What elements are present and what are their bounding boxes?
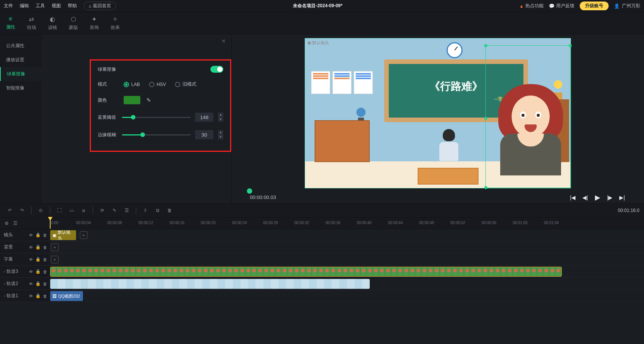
crop-icon[interactable]: ⛶ bbox=[54, 205, 65, 216]
delete-icon[interactable]: 🗑 bbox=[164, 205, 175, 216]
chevron-icon[interactable]: › bbox=[4, 282, 5, 286]
skip-end-icon[interactable]: ▶| bbox=[619, 194, 625, 201]
handle-ml[interactable] bbox=[484, 117, 487, 120]
eyedropper-icon[interactable]: ✎ bbox=[146, 97, 151, 103]
threshold-spinner[interactable]: ▲▼ bbox=[218, 113, 223, 122]
prev-frame-icon[interactable]: ◀| bbox=[582, 194, 588, 201]
trash-icon[interactable]: 🗑 bbox=[43, 282, 47, 286]
eye-icon[interactable]: 👁 bbox=[29, 269, 33, 274]
copy-icon[interactable]: ⧉ bbox=[152, 205, 163, 216]
trim-icon[interactable]: ▭ bbox=[66, 205, 77, 216]
trash-icon[interactable]: 🗑 bbox=[43, 269, 47, 274]
play-icon[interactable]: ▶ bbox=[595, 193, 600, 202]
trash-icon[interactable]: 🗑 bbox=[43, 245, 47, 250]
menu-view[interactable]: 视图 bbox=[52, 3, 61, 9]
lock-icon[interactable]: 🔒 bbox=[35, 293, 41, 298]
track-lane[interactable]: + bbox=[49, 241, 644, 253]
trash-icon[interactable]: 🗑 bbox=[43, 233, 47, 237]
add-clip-button[interactable]: + bbox=[51, 244, 59, 251]
threshold-input[interactable] bbox=[195, 113, 213, 122]
trash-icon[interactable]: 🗑 bbox=[43, 257, 47, 262]
track-lane[interactable]: + bbox=[49, 253, 644, 265]
add-clip-button[interactable]: + bbox=[51, 256, 59, 263]
clip-camera[interactable]: ▣默认镜头 bbox=[50, 230, 76, 240]
tab-effect[interactable]: ✧效果 bbox=[105, 12, 126, 34]
canvas-frame[interactable]: ▣默认镜头 《行路难》 --李白 bbox=[305, 38, 571, 188]
add-clip-button[interactable]: + bbox=[80, 231, 87, 239]
home-button[interactable]: ⌂ 返回首页 bbox=[84, 2, 116, 10]
eye-icon[interactable]: 👁 bbox=[29, 245, 33, 250]
color-picker[interactable] bbox=[124, 96, 140, 104]
down-icon[interactable]: ▼ bbox=[218, 117, 223, 122]
layers-icon[interactable]: ☰ bbox=[121, 205, 132, 216]
adjust-icon[interactable]: ⚙ bbox=[5, 221, 9, 226]
cat-playback[interactable]: 播放设置 bbox=[0, 53, 42, 67]
threshold-slider[interactable] bbox=[122, 117, 191, 118]
up-icon[interactable]: ▲ bbox=[218, 130, 223, 135]
next-frame-icon[interactable]: |▶ bbox=[607, 194, 613, 201]
trash-icon[interactable]: 🗑 bbox=[43, 294, 47, 298]
skip-start-icon[interactable]: |◀ bbox=[570, 194, 576, 201]
timeline-ruler[interactable]: 0:00 00:00:04 00:00:08 00:00:12 00:00:16… bbox=[49, 218, 644, 229]
redo-icon[interactable]: ↷ bbox=[17, 205, 27, 216]
tab-decorate[interactable]: ✦装饰 bbox=[84, 12, 105, 34]
cat-common[interactable]: 公共属性 bbox=[0, 39, 42, 53]
lock-icon[interactable]: 🔒 bbox=[35, 281, 41, 286]
undo-icon[interactable]: ↶ bbox=[5, 205, 15, 216]
eye-icon[interactable]: 👁 bbox=[29, 282, 33, 286]
lock-icon[interactable]: 🔒 bbox=[35, 269, 41, 274]
chevron-icon[interactable]: › bbox=[4, 294, 5, 298]
lock-icon[interactable]: 🔒 bbox=[35, 257, 41, 262]
menu-file[interactable]: 文件 bbox=[4, 3, 13, 9]
export-icon[interactable]: ⇪ bbox=[140, 205, 151, 216]
chevron-icon[interactable]: › bbox=[4, 270, 5, 274]
preview-canvas[interactable]: ▣默认镜头 《行路难》 --李白 bbox=[243, 38, 633, 188]
eye-icon[interactable]: 👁 bbox=[29, 294, 33, 298]
selection-box[interactable] bbox=[485, 45, 571, 188]
track-lane[interactable] bbox=[49, 278, 644, 290]
blur-slider[interactable] bbox=[122, 134, 191, 135]
clip-greenscreen[interactable] bbox=[50, 267, 562, 277]
lock-icon[interactable]: 🔒 bbox=[35, 233, 41, 237]
menu-edit[interactable]: 编辑 bbox=[20, 3, 29, 9]
anchor-icon[interactable]: ⊙ bbox=[35, 205, 46, 216]
down-icon[interactable]: ▼ bbox=[218, 135, 223, 139]
tab-mask[interactable]: ⬡蒙版 bbox=[63, 12, 84, 34]
clip-classroom[interactable] bbox=[50, 279, 370, 289]
playhead[interactable] bbox=[50, 218, 51, 229]
cat-smartmatte[interactable]: 智能抠像 bbox=[0, 81, 42, 95]
eye-icon[interactable]: 👁 bbox=[29, 257, 33, 262]
radio-lab[interactable]: LAB bbox=[124, 81, 140, 88]
tab-properties[interactable]: ≡属性 bbox=[0, 12, 21, 34]
close-icon[interactable]: ✕ bbox=[221, 38, 226, 44]
eye-icon[interactable]: 👁 bbox=[29, 233, 33, 237]
cat-greenscreen[interactable]: 绿幕抠像 bbox=[0, 67, 42, 81]
upgrade-button[interactable]: 升级账号 bbox=[580, 2, 609, 10]
tab-filter[interactable]: ◐滤镜 bbox=[42, 12, 63, 34]
speed-icon[interactable]: ⟳ bbox=[97, 205, 108, 216]
blur-input[interactable] bbox=[195, 130, 213, 139]
edit-icon[interactable]: ✎ bbox=[109, 205, 120, 216]
clip-image[interactable]: 🖼QQ截图202 bbox=[50, 291, 83, 301]
track-lane[interactable]: ▣默认镜头 + bbox=[49, 229, 644, 241]
radio-old[interactable]: 旧模式 bbox=[175, 81, 196, 88]
handle-tr[interactable] bbox=[569, 44, 572, 47]
lock-icon[interactable]: 🔒 bbox=[35, 245, 41, 250]
scrub-thumb[interactable] bbox=[247, 188, 252, 194]
radio-hsv[interactable]: HSV bbox=[149, 81, 166, 88]
menu-tools[interactable]: 工具 bbox=[36, 3, 45, 9]
user-menu[interactable]: 👤广州万彩 bbox=[614, 3, 640, 9]
track-lane[interactable] bbox=[49, 266, 644, 277]
track-lane[interactable]: 🖼QQ截图202 bbox=[49, 290, 644, 302]
up-icon[interactable]: ▲ bbox=[218, 113, 223, 117]
blur-spinner[interactable]: ▲▼ bbox=[218, 130, 223, 139]
split-icon[interactable]: ⧈ bbox=[78, 205, 89, 216]
hot-features[interactable]: ▲热点功能 bbox=[519, 3, 544, 9]
feedback-button[interactable]: 💬用户反馈 bbox=[549, 3, 574, 9]
tab-transition[interactable]: ⇄转场 bbox=[21, 12, 42, 34]
menu-help[interactable]: 帮助 bbox=[68, 3, 77, 9]
handle-tl[interactable] bbox=[484, 44, 487, 47]
handle-bl[interactable] bbox=[484, 186, 487, 189]
enable-toggle[interactable] bbox=[210, 66, 223, 73]
layers-icon[interactable]: ☰ bbox=[13, 221, 17, 226]
